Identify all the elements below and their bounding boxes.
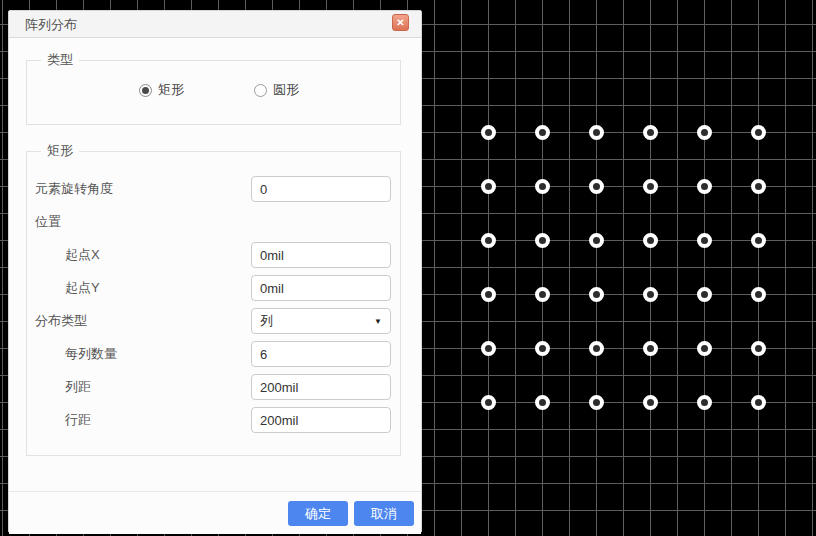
pad[interactable] — [535, 395, 550, 410]
element-rotation-angle-label: 元素旋转角度 — [35, 176, 113, 202]
pad[interactable] — [643, 233, 658, 248]
pad[interactable] — [697, 395, 712, 410]
position-label: 位置 — [35, 209, 61, 235]
pad[interactable] — [697, 233, 712, 248]
distribution-type-select[interactable]: 列▼ — [251, 308, 391, 334]
pad[interactable] — [535, 125, 550, 140]
pad[interactable] — [751, 287, 766, 302]
start-x-input[interactable] — [251, 242, 391, 268]
pad[interactable] — [697, 125, 712, 140]
field-row-count-per-column: 每列数量 — [27, 341, 400, 367]
ok-button[interactable]: 确定 — [288, 501, 348, 526]
field-row-distribution-type: 分布类型列▼ — [27, 308, 400, 334]
pad[interactable] — [751, 125, 766, 140]
field-row-start-y: 起点Y — [27, 275, 400, 301]
close-icon[interactable]: ✕ — [392, 14, 409, 31]
column-spacing-label: 列距 — [65, 374, 91, 400]
pad[interactable] — [751, 233, 766, 248]
pad[interactable] — [589, 179, 604, 194]
rectangle-legend: 矩形 — [41, 142, 79, 160]
pad[interactable] — [535, 179, 550, 194]
distribution-type-selected-value: 列 — [260, 312, 273, 330]
pad[interactable] — [481, 287, 496, 302]
column-spacing-input[interactable] — [251, 374, 391, 400]
start-y-input[interactable] — [251, 275, 391, 301]
pad[interactable] — [589, 341, 604, 356]
pad[interactable] — [751, 179, 766, 194]
radio-option-rectangle[interactable]: 矩形 — [139, 81, 184, 99]
dialog-footer: 确定 取消 — [9, 491, 421, 534]
type-fieldset: 类型 矩形 圆形 — [26, 51, 401, 125]
pad[interactable] — [643, 341, 658, 356]
pad[interactable] — [697, 341, 712, 356]
pad[interactable] — [751, 395, 766, 410]
pad[interactable] — [481, 395, 496, 410]
radio-circle-label: 圆形 — [273, 81, 299, 99]
pad[interactable] — [535, 287, 550, 302]
start-y-label: 起点Y — [65, 275, 100, 301]
count-per-column-label: 每列数量 — [65, 341, 117, 367]
field-row-column-spacing: 列距 — [27, 374, 400, 400]
pad[interactable] — [589, 395, 604, 410]
rectangle-fieldset: 矩形 元素旋转角度位置起点X起点Y分布类型列▼每列数量列距行距 — [26, 142, 401, 456]
field-row-start-x: 起点X — [27, 242, 400, 268]
pad[interactable] — [481, 233, 496, 248]
field-rows: 元素旋转角度位置起点X起点Y分布类型列▼每列数量列距行距 — [27, 176, 400, 433]
element-rotation-angle-input[interactable] — [251, 176, 391, 202]
radio-circle-icon[interactable] — [254, 84, 267, 97]
field-row-position: 位置 — [27, 209, 400, 235]
array-distribution-dialog: 阵列分布 ✕ 类型 矩形 圆形 矩形 元素旋转角度位置起点X起点Y分布类型列▼每… — [8, 10, 422, 533]
type-legend: 类型 — [41, 51, 79, 69]
pad[interactable] — [535, 341, 550, 356]
pad[interactable] — [643, 287, 658, 302]
pad[interactable] — [481, 179, 496, 194]
pad[interactable] — [589, 125, 604, 140]
pad[interactable] — [535, 233, 550, 248]
radio-option-circle[interactable]: 圆形 — [254, 81, 299, 99]
pad[interactable] — [751, 341, 766, 356]
field-row-row-spacing: 行距 — [27, 407, 400, 433]
pad[interactable] — [643, 125, 658, 140]
dialog-title: 阵列分布 — [25, 11, 77, 38]
pad[interactable] — [481, 125, 496, 140]
radio-rectangle-icon[interactable] — [139, 84, 152, 97]
count-per-column-input[interactable] — [251, 341, 391, 367]
type-radio-row: 矩形 圆形 — [27, 81, 400, 99]
distribution-type-label: 分布类型 — [35, 308, 87, 334]
start-x-label: 起点X — [65, 242, 100, 268]
row-spacing-label: 行距 — [65, 407, 91, 433]
dialog-titlebar: 阵列分布 ✕ — [9, 11, 421, 38]
pad[interactable] — [643, 395, 658, 410]
pad[interactable] — [589, 233, 604, 248]
row-spacing-input[interactable] — [251, 407, 391, 433]
pad[interactable] — [643, 179, 658, 194]
chevron-down-icon: ▼ — [374, 317, 382, 326]
pad[interactable] — [697, 287, 712, 302]
pad[interactable] — [481, 341, 496, 356]
field-row-element-rotation-angle: 元素旋转角度 — [27, 176, 400, 202]
radio-rectangle-label: 矩形 — [158, 81, 184, 99]
pad[interactable] — [589, 287, 604, 302]
cancel-button[interactable]: 取消 — [354, 501, 414, 526]
pad[interactable] — [697, 179, 712, 194]
